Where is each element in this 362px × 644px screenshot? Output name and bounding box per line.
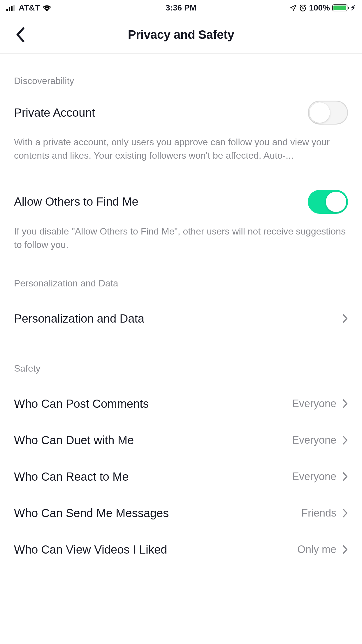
row-who-can-duet[interactable]: Who Can Duet with Me Everyone — [14, 422, 348, 459]
who-can-react-label: Who Can React to Me — [14, 470, 129, 483]
allow-find-description: If you disable "Allow Others to Find Me"… — [14, 225, 348, 252]
who-can-view-liked-label: Who Can View Videos I Liked — [14, 543, 167, 556]
status-time: 3:36 PM — [166, 3, 196, 13]
status-bar: AT&T 3:36 PM 100% ⚡︎ — [0, 0, 362, 16]
page-title: Privacy and Safety — [0, 28, 362, 42]
who-can-post-comments-label: Who Can Post Comments — [14, 397, 149, 410]
who-can-post-comments-value: Everyone — [292, 398, 336, 410]
row-who-can-react[interactable]: Who Can React to Me Everyone — [14, 459, 348, 495]
row-private-account: Private Account — [14, 98, 348, 127]
svg-rect-1 — [9, 7, 10, 11]
status-right: 100% ⚡︎ — [290, 3, 356, 13]
svg-rect-0 — [6, 9, 8, 11]
battery-icon — [332, 4, 347, 11]
chevron-right-icon — [342, 545, 348, 554]
who-can-duet-label: Who Can Duet with Me — [14, 434, 134, 447]
alarm-icon — [299, 4, 307, 12]
back-button[interactable] — [12, 26, 29, 43]
private-account-description: With a private account, only users you a… — [14, 135, 348, 162]
section-header-safety: Safety — [14, 363, 348, 374]
row-who-can-post-comments[interactable]: Who Can Post Comments Everyone — [14, 386, 348, 422]
row-who-can-message[interactable]: Who Can Send Me Messages Friends — [14, 495, 348, 531]
who-can-duet-value: Everyone — [292, 434, 336, 446]
row-personalization[interactable]: Personalization and Data — [14, 300, 348, 337]
chevron-right-icon — [342, 314, 348, 323]
svg-rect-2 — [11, 6, 13, 11]
personalization-label: Personalization and Data — [14, 312, 144, 325]
row-who-can-view-liked[interactable]: Who Can View Videos I Liked Only me — [14, 531, 348, 568]
chevron-right-icon — [342, 435, 348, 445]
section-header-discoverability: Discoverability — [14, 76, 348, 86]
private-account-label: Private Account — [14, 106, 95, 119]
battery-percent: 100% — [309, 3, 330, 13]
allow-find-label: Allow Others to Find Me — [14, 195, 138, 208]
row-allow-find: Allow Others to Find Me — [14, 187, 348, 216]
who-can-message-value: Friends — [301, 507, 336, 519]
chevron-right-icon — [342, 508, 348, 518]
nav-header: Privacy and Safety — [0, 16, 362, 54]
carrier-label: AT&T — [19, 3, 40, 13]
chevron-right-icon — [342, 472, 348, 482]
chevron-right-icon — [342, 399, 348, 409]
svg-rect-3 — [13, 5, 15, 11]
wifi-icon — [42, 4, 52, 11]
who-can-message-label: Who Can Send Me Messages — [14, 507, 169, 520]
private-account-toggle[interactable] — [308, 101, 348, 125]
cell-signal-icon — [6, 5, 16, 11]
who-can-react-value: Everyone — [292, 470, 336, 483]
section-header-personalization: Personalization and Data — [14, 278, 348, 289]
location-icon — [290, 4, 297, 11]
charging-icon: ⚡︎ — [350, 4, 356, 13]
chevron-left-icon — [15, 27, 26, 43]
allow-find-toggle[interactable] — [308, 190, 348, 214]
status-left: AT&T — [6, 3, 52, 13]
who-can-view-liked-value: Only me — [297, 543, 336, 556]
